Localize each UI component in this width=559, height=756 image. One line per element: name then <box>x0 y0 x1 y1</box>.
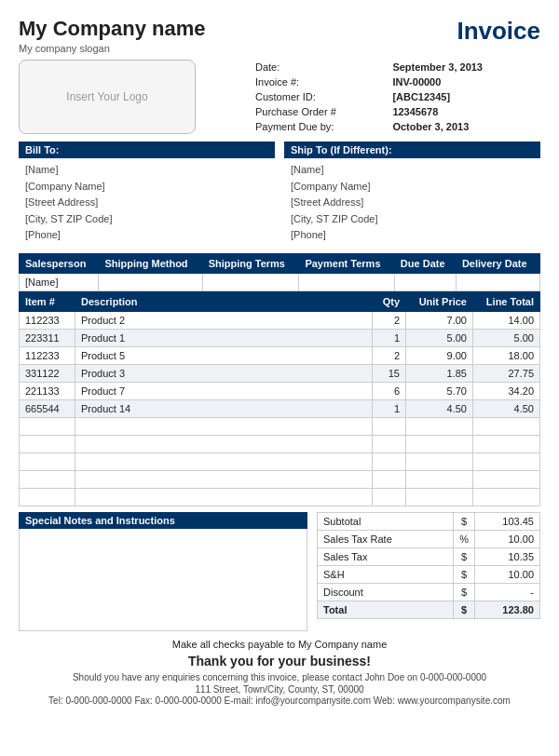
taxrate-value: 10.00 <box>475 530 540 547</box>
meta-po-label: Purchase Order # <box>252 104 389 119</box>
item-desc-4: Product 7 <box>75 382 373 399</box>
item-qty-5: 1 <box>373 399 406 417</box>
ship-to-header: Ship To (If Different): <box>284 142 540 158</box>
items-col-qty: Qty <box>373 291 406 311</box>
footer-contact: Should you have any enquiries concerning… <box>19 672 540 682</box>
ship-to-box: Ship To (If Different): [Name] [Company … <box>284 142 540 248</box>
item-number-3: 331122 <box>20 364 75 382</box>
meta-customer-row: Customer ID: [ABC12345] <box>252 89 540 104</box>
notes-box: Special Notes and Instructions <box>19 512 307 631</box>
totals-total-row: Total $ 123.80 <box>318 601 540 618</box>
shipping-col-5: Delivery Date <box>456 253 539 273</box>
bill-to-line-3: [City, ST ZIP Code] <box>25 211 268 228</box>
meta-table: Date: September 3, 2013 Invoice #: INV-0… <box>252 60 540 134</box>
empty-qty-1 <box>373 435 406 452</box>
item-number-4: 221133 <box>20 382 75 399</box>
empty-unit-4 <box>406 488 473 506</box>
item-unit-5: 4.50 <box>406 399 473 417</box>
item-unit-2: 9.00 <box>406 346 473 364</box>
item-total-3: 27.75 <box>473 364 540 382</box>
shipping-col-0: Salesperson <box>20 253 99 273</box>
item-unit-3: 1.85 <box>406 364 473 382</box>
item-number-1: 223311 <box>20 329 75 346</box>
totals-sh-row: S&H $ 10.00 <box>318 565 540 583</box>
meta-po-value: 12345678 <box>389 104 540 119</box>
empty-item-1 <box>20 435 75 452</box>
bill-to-box: Bill To: [Name] [Company Name] [Street A… <box>19 142 275 248</box>
company-slogan: My company slogan <box>19 43 206 54</box>
item-number-0: 112233 <box>20 311 75 329</box>
items-col-desc: Description <box>75 291 373 311</box>
items-col-total: Line Total <box>473 291 540 311</box>
item-row-3: 331122 Product 3 15 1.85 27.75 <box>20 364 540 382</box>
company-info: My Company name My company slogan <box>19 17 206 54</box>
discount-symbol: $ <box>454 583 475 601</box>
total-symbol: $ <box>454 601 475 618</box>
totals-salestax-row: Sales Tax $ 10.35 <box>318 547 540 565</box>
empty-total-4: - <box>473 488 540 506</box>
item-unit-0: 7.00 <box>406 311 473 329</box>
footer-payable: Make all checks payable to My Company na… <box>19 639 540 650</box>
sh-label: S&H <box>318 565 454 583</box>
taxrate-symbol: % <box>454 530 475 547</box>
address-section: Bill To: [Name] [Company Name] [Street A… <box>19 142 540 248</box>
shipping-col-4: Due Date <box>394 253 456 273</box>
meta-payment-value: October 3, 2013 <box>389 119 540 134</box>
meta-date-value: September 3, 2013 <box>389 60 540 74</box>
meta-invoice-label: Invoice #: <box>252 74 389 89</box>
empty-total-2: - <box>473 452 540 470</box>
shipping-val-1 <box>99 273 202 290</box>
totals-box: Subtotal $ 103.45 Sales Tax Rate % 10.00… <box>317 512 540 631</box>
empty-row-4: - <box>20 488 540 506</box>
item-row-0: 112233 Product 2 2 7.00 14.00 <box>20 311 540 329</box>
ship-to-line-1: [Company Name] <box>291 179 534 196</box>
empty-unit-1 <box>406 435 473 452</box>
item-total-4: 34.20 <box>473 382 540 399</box>
shipping-val-5 <box>456 273 539 290</box>
empty-desc-0 <box>75 417 373 435</box>
item-qty-4: 6 <box>373 382 406 399</box>
empty-item-3 <box>20 470 75 488</box>
empty-unit-0 <box>406 417 473 435</box>
bill-to-line-1: [Company Name] <box>25 179 268 196</box>
empty-row-0: - <box>20 417 540 435</box>
item-qty-3: 15 <box>373 364 406 382</box>
empty-total-1: - <box>473 435 540 452</box>
items-header-row: Item # Description Qty Unit Price Line T… <box>20 291 540 311</box>
item-row-1: 223311 Product 1 1 5.00 5.00 <box>20 329 540 346</box>
item-total-5: 4.50 <box>473 399 540 417</box>
bottom-section: Special Notes and Instructions Subtotal … <box>19 512 540 631</box>
shipping-val-2 <box>202 273 299 290</box>
salestax-value: 10.35 <box>475 547 540 565</box>
item-row-4: 221133 Product 7 6 5.70 34.20 <box>20 382 540 399</box>
total-value: 123.80 <box>475 601 540 618</box>
empty-row-2: - <box>20 452 540 470</box>
shipping-val-4 <box>394 273 456 290</box>
totals-discount-row: Discount $ - <box>318 583 540 601</box>
meta-customer-label: Customer ID: <box>252 89 389 104</box>
item-total-0: 14.00 <box>473 311 540 329</box>
ship-to-line-4: [Phone] <box>291 227 534 244</box>
item-row-5: 665544 Product 14 1 4.50 4.50 <box>20 399 540 417</box>
ship-to-content: [Name] [Company Name] [Street Address] [… <box>284 158 540 248</box>
item-qty-0: 2 <box>373 311 406 329</box>
totals-taxrate-row: Sales Tax Rate % 10.00 <box>318 530 540 547</box>
subtotal-label: Subtotal <box>318 512 454 530</box>
empty-row-1: - <box>20 435 540 452</box>
ship-to-line-0: [Name] <box>291 162 534 179</box>
bill-to-content: [Name] [Company Name] [Street Address] [… <box>19 158 275 248</box>
sh-symbol: $ <box>454 565 475 583</box>
company-name: My Company name <box>19 17 206 41</box>
notes-content <box>19 529 307 631</box>
meta-po-row: Purchase Order # 12345678 <box>252 104 540 119</box>
item-total-2: 18.00 <box>473 346 540 364</box>
empty-desc-1 <box>75 435 373 452</box>
shipping-col-1: Shipping Method <box>99 253 202 273</box>
shipping-col-3: Payment Terms <box>299 253 394 273</box>
empty-item-2 <box>20 452 75 470</box>
salestax-label: Sales Tax <box>318 547 454 565</box>
logo-placeholder: Insert Your Logo <box>19 60 196 134</box>
empty-item-4 <box>20 488 75 506</box>
bill-to-line-4: [Phone] <box>25 227 268 244</box>
empty-desc-4 <box>75 488 373 506</box>
